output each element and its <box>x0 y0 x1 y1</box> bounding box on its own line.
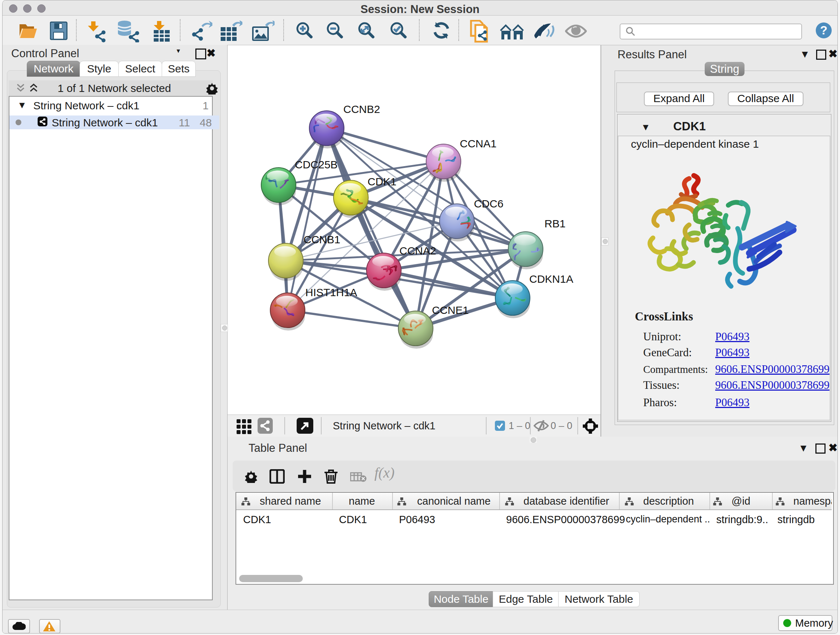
svg-text:CCNA2: CCNA2 <box>399 245 436 257</box>
svg-text:CCNB2: CCNB2 <box>343 103 380 115</box>
svg-text:CDKN1A: CDKN1A <box>529 273 573 285</box>
svg-text:CDK1: CDK1 <box>368 176 396 187</box>
svg-text:CDC6: CDC6 <box>474 198 504 210</box>
svg-text:CDC25B: CDC25B <box>295 158 338 171</box>
svg-text:RB1: RB1 <box>545 218 565 230</box>
svg-text:CCNA1: CCNA1 <box>460 138 497 149</box>
svg-text:CCNE1: CCNE1 <box>432 304 469 316</box>
svg-text:HIST1H1A: HIST1H1A <box>305 287 357 298</box>
svg-text:CCNB1: CCNB1 <box>303 233 340 245</box>
